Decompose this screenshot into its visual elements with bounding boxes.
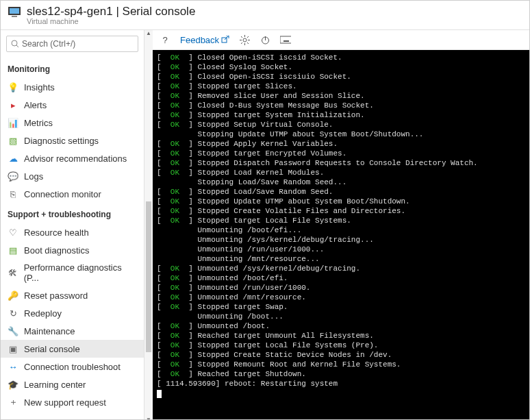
page-header: sles12-sp4-gen1 | Serial console Virtual… (1, 1, 529, 30)
monitoring-item-6[interactable]: ⎘Connection monitor (1, 185, 144, 203)
monitoring-label-3: Diagnostic settings (24, 136, 99, 146)
monitoring-item-1[interactable]: ▸Alerts (1, 96, 144, 114)
support-item-0[interactable]: ♡Resource health (1, 223, 144, 241)
support-icon-0: ♡ (8, 227, 18, 238)
support-item-4[interactable]: ↻Redeploy (1, 304, 144, 322)
monitoring-icon-0: 💡 (8, 82, 18, 92)
support-icon-7: ↔ (8, 361, 18, 372)
support-label-5: Maintenance (24, 326, 75, 336)
search-placeholder: Search (Ctrl+/) (22, 39, 75, 49)
support-item-3[interactable]: 🔑Reset password (1, 286, 144, 304)
page-subtitle: Virtual machine (27, 17, 195, 25)
toolbar: ? Feedback (153, 30, 529, 50)
support-item-8[interactable]: 🎓Learning center (1, 375, 144, 393)
support-label-3: Reset password (24, 291, 88, 301)
monitoring-item-4[interactable]: ☁Advisor recommendations (1, 149, 144, 167)
monitoring-icon-1: ▸ (8, 99, 18, 110)
support-icon-9: ＋ (8, 397, 18, 408)
monitoring-label-1: Alerts (24, 100, 47, 110)
nav: Monitoring 💡Insights▸Alerts📊Metrics▧Diag… (1, 58, 144, 420)
support-item-7[interactable]: ↔Connection troubleshoot (1, 358, 144, 375)
monitoring-label-4: Advisor recommendations (24, 153, 127, 164)
section-monitoring: Monitoring (1, 58, 144, 78)
page-title: sles12-sp4-gen1 | Serial console (27, 5, 195, 18)
scroll-down-icon[interactable]: ▼ (146, 417, 151, 420)
monitoring-icon-3: ▧ (8, 135, 18, 146)
svg-line-12 (241, 36, 242, 38)
sidebar-scrollbar[interactable]: ▲ ▼ (144, 30, 153, 420)
svg-line-4 (16, 45, 18, 47)
support-icon-5: 🔧 (8, 325, 18, 336)
settings-button[interactable] (239, 34, 250, 45)
svg-point-7 (243, 38, 247, 42)
scroll-up-icon[interactable]: ▲ (146, 30, 151, 36)
svg-rect-2 (12, 16, 17, 17)
support-icon-6: ▣ (8, 343, 18, 354)
support-icon-3: 🔑 (8, 290, 18, 301)
support-label-0: Resource health (24, 227, 89, 238)
monitoring-label-6: Connection monitor (24, 189, 101, 199)
keyboard-icon (280, 36, 291, 44)
svg-line-13 (247, 42, 249, 44)
support-label-4: Redeploy (24, 308, 62, 319)
support-item-1[interactable]: ▤Boot diagnostics (1, 241, 144, 259)
support-label-2: Performance diagnostics (P... (24, 262, 137, 283)
support-label-8: Learning center (24, 380, 86, 390)
monitoring-icon-6: ⎘ (8, 188, 18, 199)
support-label-9: New support request (24, 397, 106, 408)
svg-rect-1 (10, 8, 19, 14)
monitoring-item-5[interactable]: 💬Logs (1, 167, 144, 185)
feedback-label: Feedback (180, 35, 219, 45)
support-item-2[interactable]: 🛠Performance diagnostics (P... (1, 259, 144, 286)
monitoring-item-2[interactable]: 📊Metrics (1, 114, 144, 132)
sidebar: Search (Ctrl+/) Monitoring 💡Insights▸Ale… (1, 30, 144, 420)
monitoring-label-5: Logs (24, 171, 43, 182)
power-icon (260, 35, 270, 45)
serial-console-output[interactable]: [ OK ] Closed Open-iSCSI iscsid Socket. … (153, 50, 529, 420)
support-label-7: Connection troubleshoot (24, 362, 121, 372)
monitoring-item-3[interactable]: ▧Diagnostic settings (1, 132, 144, 149)
help-button[interactable]: ? (160, 34, 171, 45)
support-icon-2: 🛠 (8, 267, 18, 278)
monitoring-label-2: Metrics (24, 118, 53, 128)
external-link-icon (221, 36, 229, 44)
svg-line-15 (247, 36, 249, 38)
support-icon-4: ↻ (8, 308, 18, 319)
monitoring-item-0[interactable]: 💡Insights (1, 78, 144, 96)
svg-line-14 (241, 42, 242, 44)
vm-icon (8, 5, 21, 18)
monitoring-icon-4: ☁ (8, 153, 18, 164)
svg-point-3 (12, 40, 17, 46)
gear-icon (240, 35, 250, 45)
section-support: Support + troubleshooting (1, 203, 144, 223)
monitoring-label-0: Insights (24, 82, 55, 92)
power-button[interactable] (260, 34, 270, 45)
scroll-thumb[interactable] (146, 201, 151, 352)
support-item-5[interactable]: 🔧Maintenance (1, 322, 144, 340)
support-item-6[interactable]: ▣Serial console (1, 340, 144, 358)
support-icon-8: 🎓 (8, 379, 18, 390)
keyboard-button[interactable] (280, 34, 291, 45)
support-icon-1: ▤ (8, 245, 18, 256)
search-input[interactable]: Search (Ctrl+/) (6, 36, 138, 52)
monitoring-icon-2: 📊 (8, 117, 18, 128)
svg-rect-18 (280, 36, 291, 43)
monitoring-icon-5: 💬 (8, 171, 18, 182)
search-icon (11, 40, 19, 48)
support-item-9[interactable]: ＋New support request (1, 393, 144, 411)
support-label-1: Boot diagnostics (24, 245, 89, 256)
support-label-6: Serial console (24, 344, 80, 354)
cursor (157, 390, 162, 398)
feedback-link[interactable]: Feedback (180, 35, 229, 45)
